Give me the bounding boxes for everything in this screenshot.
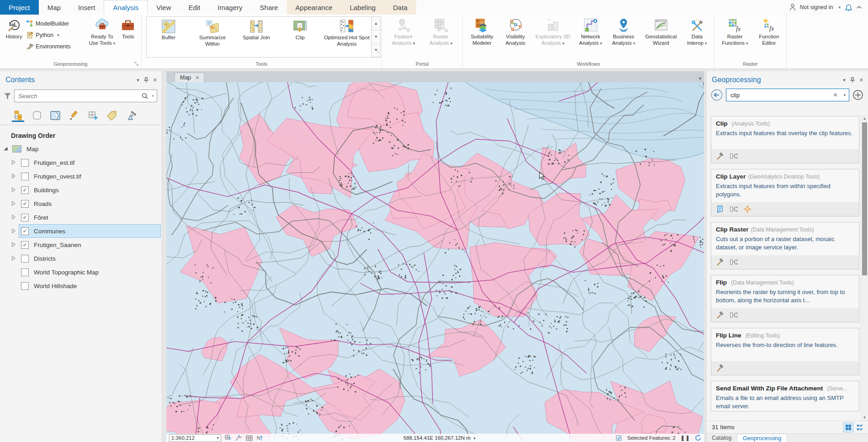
ribbon-tab[interactable]: Analysis xyxy=(104,0,148,15)
dialog-launcher-icon[interactable] xyxy=(134,62,139,66)
feature-analysis-button[interactable]: Feature Analysis▾ xyxy=(385,16,422,48)
layer-visibility-checkbox[interactable] xyxy=(21,255,29,263)
layer-row[interactable]: Map xyxy=(0,142,162,156)
geoprocessing-search-box[interactable]: ✕ ▾ xyxy=(726,89,849,101)
layer-visibility-checkbox[interactable] xyxy=(21,282,29,290)
ribbon-tab[interactable]: Appearance xyxy=(287,0,341,15)
tool-result-card[interactable]: Flip(Data Management Tools) Reorients th… xyxy=(711,275,859,322)
search-dropdown-icon[interactable]: ▾ xyxy=(152,94,154,98)
expander-icon[interactable] xyxy=(11,160,16,165)
expander-icon[interactable] xyxy=(11,174,16,179)
expander-icon[interactable] xyxy=(11,215,16,220)
tool-result-card[interactable]: ClipLayer(GeoAnalytics Desktop Tools) Ex… xyxy=(711,169,859,216)
tool-result-card[interactable]: Send Email With Zip File Attachment(Serv… xyxy=(711,381,859,411)
ready-to-use-tools-button[interactable]: Ready To Use Tools▾ xyxy=(87,16,116,48)
geostatistical-wizard-button[interactable]: Geostatistical Wizard xyxy=(640,16,682,48)
pause-drawing-icon[interactable]: ❚❚ xyxy=(680,435,690,441)
north-arrow-icon[interactable]: N xyxy=(256,435,263,442)
ribbon-tab[interactable]: Insert xyxy=(69,0,104,15)
network-analysis-button[interactable]: Network Analysis▾ xyxy=(574,16,607,48)
raster-functions-button[interactable]: fx Raster Functions▾ xyxy=(716,16,753,48)
tab-geoprocessing[interactable]: Geoprocessing xyxy=(737,434,787,442)
tools-button[interactable]: Tools xyxy=(117,16,139,42)
search-history-dropdown-icon[interactable]: ▾ xyxy=(843,93,846,97)
ribbon-tab[interactable]: View xyxy=(148,0,180,15)
business-analysis-button[interactable]: Business Analysis▾ xyxy=(607,16,640,48)
layer-row[interactable]: Fôret xyxy=(0,210,162,224)
notifications-bell-icon[interactable] xyxy=(845,3,852,11)
signin-status[interactable]: Not signed in xyxy=(800,4,833,11)
grid-view-icon[interactable] xyxy=(843,422,853,432)
expander-icon[interactable] xyxy=(11,242,16,247)
coordinates-readout[interactable]: 588,154.41E 160,267.12N m ▾ xyxy=(267,435,612,441)
layer-row[interactable]: World Topographic Map xyxy=(0,265,162,279)
layer-row[interactable]: Districts xyxy=(0,252,162,265)
tab-list-by-selection[interactable] xyxy=(49,109,62,121)
layer-row[interactable]: World Hillshade xyxy=(0,279,162,293)
close-map-tab-icon[interactable]: ✕ xyxy=(195,75,199,81)
close-panel-icon[interactable]: ✕ xyxy=(153,77,157,83)
map-tab[interactable]: Map ✕ xyxy=(175,73,204,82)
pin-icon[interactable] xyxy=(850,77,855,83)
optimized-hot-spot-analysis-tool[interactable]: Optimized Hot Spot Analysis xyxy=(322,17,371,57)
selected-features-label[interactable]: Selected Features: 2 xyxy=(627,435,676,441)
collapse-ribbon-icon[interactable] xyxy=(857,5,862,9)
tab-list-by-drawing-order[interactable] xyxy=(12,109,24,122)
layer-visibility-checkbox[interactable] xyxy=(21,186,29,194)
ribbon-tab[interactable]: Share xyxy=(251,0,287,15)
ribbon-tab[interactable]: Edit xyxy=(180,0,209,15)
expander-icon[interactable] xyxy=(11,187,16,193)
layer-row[interactable]: Frutigen_Saanen xyxy=(0,238,162,252)
add-tool-button[interactable] xyxy=(852,89,863,100)
panel-menu-icon[interactable]: ▾ xyxy=(137,77,139,83)
refresh-icon[interactable] xyxy=(695,435,701,441)
contents-search-box[interactable]: ▾ xyxy=(14,89,157,102)
map-canvas[interactable]: 1:360,212 ▾ N 588,154.41E 160,267.12N m … xyxy=(166,82,704,442)
visibility-analysis-button[interactable]: Visibility Analysis xyxy=(499,16,531,48)
geoprocessing-search-input[interactable] xyxy=(730,91,833,99)
close-panel-icon[interactable]: ✕ xyxy=(859,77,863,83)
back-button[interactable] xyxy=(711,89,723,101)
python-button[interactable]: Python ▾ xyxy=(26,30,87,40)
layer-visibility-checkbox[interactable] xyxy=(21,268,29,276)
expander-icon[interactable] xyxy=(11,256,16,261)
function-editor-button[interactable]: fx Function Editor xyxy=(753,16,784,48)
layer-row[interactable]: Frutigen_ovest.tif xyxy=(0,169,162,183)
clip-tool[interactable]: Clip xyxy=(278,17,322,57)
layer-visibility-checkbox[interactable] xyxy=(21,159,29,167)
tab-list-dropdown-icon[interactable]: ▾ xyxy=(699,76,701,82)
table-icon[interactable] xyxy=(246,435,253,442)
scroll-down-icon[interactable]: ▼ xyxy=(861,414,868,421)
gallery-scroll-up-icon[interactable]: ▲ xyxy=(372,17,380,30)
history-button[interactable]: History xyxy=(2,16,26,42)
layer-visibility-checkbox[interactable] xyxy=(21,173,29,180)
environments-button[interactable]: Environments xyxy=(26,42,87,51)
expander-icon[interactable] xyxy=(3,146,9,152)
tab-list-by-editing[interactable] xyxy=(68,109,80,121)
suitability-modeler-button[interactable]: Suitability Modeler xyxy=(465,16,499,48)
layer-visibility-checkbox[interactable] xyxy=(21,214,29,221)
ribbon-tab[interactable]: Project xyxy=(0,0,39,15)
contents-search-input[interactable] xyxy=(17,92,141,100)
data-interop-button[interactable]: Data Interop▾ xyxy=(682,16,712,48)
pin-icon[interactable] xyxy=(144,77,148,83)
snapping-icon[interactable] xyxy=(235,435,242,442)
raster-analysis-button[interactable]: Raster Analysis▾ xyxy=(422,16,460,48)
tab-list-by-labeling[interactable] xyxy=(106,109,118,121)
summarize-within-tool[interactable]: Summarize Within xyxy=(191,17,234,57)
tool-result-card[interactable]: ClipRaster(Data Management Tools) Cuts o… xyxy=(711,222,859,269)
filter-funnel-icon[interactable] xyxy=(4,92,11,100)
search-icon[interactable] xyxy=(141,92,148,100)
layer-row[interactable]: Frutigen_est.tif xyxy=(0,156,162,169)
list-view-icon[interactable] xyxy=(855,423,864,432)
modelbuilder-button[interactable]: ModelBuilder xyxy=(26,19,87,28)
ribbon-tab[interactable]: Imagery xyxy=(209,0,251,15)
tab-list-by-charts[interactable] xyxy=(124,109,137,121)
layer-visibility-checkbox[interactable] xyxy=(21,200,29,208)
layer-row[interactable]: Roads xyxy=(0,197,162,210)
results-scrollbar[interactable]: ▲ ▼ xyxy=(861,115,868,421)
tool-result-card[interactable]: Clip(Analysis Tools) Extracts input feat… xyxy=(711,116,859,163)
scale-selector[interactable]: 1:360,212 ▾ xyxy=(169,434,221,442)
tab-catalog[interactable]: Catalog xyxy=(706,434,737,442)
layer-visibility-checkbox[interactable] xyxy=(21,241,29,249)
